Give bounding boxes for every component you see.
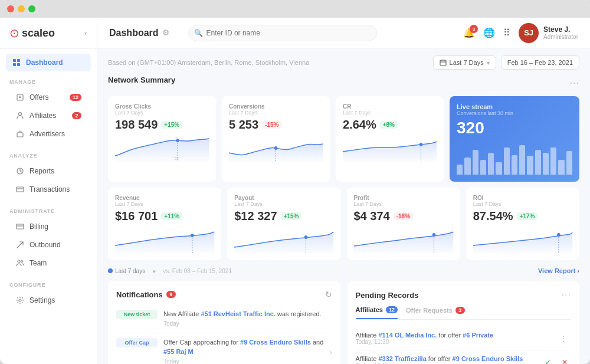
offer-requests-tab-badge: 3 — [455, 307, 465, 314]
cr-card: CR Last 7 Days 2.64% +8% — [336, 96, 444, 182]
chevron-down-icon: ▾ — [487, 60, 490, 66]
revenue-card: Revenue Last 7 Days $16 701 +11% — [108, 188, 221, 260]
dashboard-label: Dashboard — [26, 58, 85, 67]
notif-date-0: Today — [163, 320, 332, 328]
sidebar-item-dashboard[interactable]: Dashboard — [6, 54, 91, 71]
svg-rect-17 — [440, 60, 446, 65]
reports-label: Reports — [30, 167, 81, 175]
tab-offer-requests[interactable]: Offer Requests 3 — [406, 306, 465, 319]
reject-btn[interactable]: ✕ — [558, 356, 571, 365]
payout-value: $12 327 +15% — [234, 209, 333, 223]
cr-value: 2.64% +8% — [343, 118, 437, 132]
user-info[interactable]: SJ Steve J. Administrator — [519, 23, 578, 43]
bottom-panels: Notifications 9 ↻ New ticket New Affilia… — [108, 281, 579, 364]
configure-label: Configure — [9, 282, 87, 288]
live-stream-label: Live stream — [457, 103, 572, 110]
close-dot[interactable] — [7, 5, 14, 12]
live-bar-item — [566, 151, 572, 175]
pending-dots-0[interactable]: ⋮ — [556, 333, 571, 345]
settings-label: Settings — [30, 296, 81, 304]
back-icon[interactable]: ‹ — [84, 28, 87, 38]
billing-label: Billing — [30, 222, 81, 231]
sidebar-item-advertisers[interactable]: Advertisers — [9, 125, 87, 143]
sidebar-item-transactions[interactable]: Transactions — [9, 181, 87, 198]
page-title: Dashboard ⚙ — [109, 28, 169, 38]
live-bar-item — [464, 158, 470, 175]
sidebar-item-affiliates[interactable]: Affiliates 2 — [9, 107, 87, 124]
cr-label: CR — [343, 103, 437, 110]
gear-icon[interactable]: ⚙ — [162, 28, 169, 37]
last7days-label: Last 7 Days — [450, 59, 484, 66]
pending-text-0: Affiliate #114 OL Media Inc. for offer #… — [356, 332, 556, 339]
timezone-label: Based on (GMT+01:00) Amsterdam, Berlin, … — [108, 59, 309, 66]
gross-clicks-card: Gross Clicks Last 7 Days 198 549 +15% — [108, 96, 216, 182]
manage-section: Manage Offers 12 Affiliates 2 — [0, 72, 97, 146]
revenue-sublabel: Last 7 Days — [115, 201, 214, 207]
pending-records-header: Pending Records ··· — [356, 290, 572, 300]
offers-icon — [15, 93, 25, 102]
reports-icon — [15, 166, 25, 176]
notif-tag-new-ticket: New ticket — [116, 310, 158, 319]
notif-link-2[interactable]: #55 Raj M — [163, 348, 194, 355]
globe-icon[interactable]: 🌐 — [483, 27, 495, 38]
last7days-btn[interactable]: Last 7 Days ▾ — [433, 55, 496, 70]
administrate-label: Administrate — [9, 208, 87, 214]
notifications-icon[interactable]: 🔔 3 — [463, 27, 475, 38]
user-details: Steve J. Administrator — [543, 25, 578, 40]
sidebar-item-team[interactable]: Team — [9, 254, 87, 272]
sidebar-item-offers[interactable]: Offers 12 — [9, 88, 87, 106]
transactions-label: Transactions — [30, 185, 81, 194]
pending-item-0: Affiliate #114 OL Media Inc. for offer #… — [356, 327, 572, 350]
affiliates-icon — [15, 111, 25, 120]
network-summary-header: Network Summary ··· — [108, 76, 579, 90]
conversions-label: Conversions — [229, 103, 323, 110]
user-name: Steve J. — [543, 25, 578, 34]
pending-date-0: Today, 11:30 — [356, 339, 556, 345]
pending-link-332[interactable]: #332 Trafficzilla — [378, 355, 426, 362]
notifications-badge: 9 — [166, 291, 176, 298]
maximize-dot[interactable] — [28, 5, 35, 12]
tab-affiliates[interactable]: Affiliates 12 — [356, 306, 398, 319]
view-report-link[interactable]: View Report › — [538, 267, 579, 274]
sidebar-item-outbound[interactable]: Outbound — [9, 236, 87, 254]
approve-btn[interactable]: ✓ — [542, 356, 555, 365]
notif-text-1: Offer Cap approaching for #9 Cross Endur… — [163, 338, 324, 364]
search-input[interactable] — [188, 25, 377, 41]
logo-name: scaleo — [22, 27, 55, 40]
pending-item-1: Affiliate #332 Trafficzilla for offer #9… — [356, 350, 572, 364]
affiliates-label: Affiliates — [30, 112, 67, 120]
svg-point-14 — [18, 260, 20, 263]
pending-tabs: Affiliates 12 Offer Requests 3 — [356, 306, 572, 320]
configure-section: Configure Settings — [0, 275, 97, 312]
notif-arrow-icon[interactable]: › — [330, 348, 332, 356]
more-button[interactable]: ··· — [570, 78, 579, 88]
sidebar-item-billing[interactable]: Billing — [9, 218, 87, 235]
advertisers-label: Advertisers — [30, 130, 81, 138]
logo: ⊙ scaleo — [9, 26, 55, 40]
sidebar-item-reports[interactable]: Reports — [9, 162, 87, 180]
offers-label: Offers — [30, 93, 65, 101]
profit-value: $4 374 -18% — [354, 209, 453, 223]
date-range-btn[interactable]: Feb 16 – Feb 23, 2021 — [501, 55, 579, 70]
notif-tag-offer-cap: Offer Cap — [116, 338, 158, 347]
search-area: 🔍 — [188, 25, 377, 41]
pending-link-114[interactable]: #114 OL Media Inc. — [378, 332, 437, 339]
notification-item-2[interactable]: Offer Cap Offer Cap approaching for #9 C… — [116, 333, 332, 364]
pending-link-6[interactable]: #6 Private — [463, 332, 493, 339]
legend-dot: Last 7 days — [108, 268, 145, 274]
grid-icon[interactable]: ⠿ — [503, 27, 510, 38]
notif-link-1[interactable]: #9 Cross Enduro Skills — [240, 339, 311, 346]
pending-more-button[interactable]: ··· — [562, 290, 571, 300]
payout-chart — [234, 227, 333, 253]
profit-sublabel: Last 7 Days — [354, 201, 453, 207]
minimize-dot[interactable] — [18, 5, 25, 12]
affiliates-badge: 2 — [72, 112, 81, 119]
conversions-card: Conversions Last 7 Days 5 253 -15% — [222, 96, 330, 182]
analyze-section: Analyze Reports Transactions — [0, 146, 97, 201]
pending-link-9[interactable]: #9 Cross Enduro Skills — [453, 355, 523, 362]
user-role: Administrator — [543, 34, 578, 40]
sidebar-item-settings[interactable]: Settings — [9, 291, 87, 309]
refresh-icon[interactable]: ↻ — [325, 290, 332, 299]
notif-link-0[interactable]: #51 RevHeist Traffic Inc. — [201, 310, 276, 317]
live-bar-item — [457, 165, 463, 175]
